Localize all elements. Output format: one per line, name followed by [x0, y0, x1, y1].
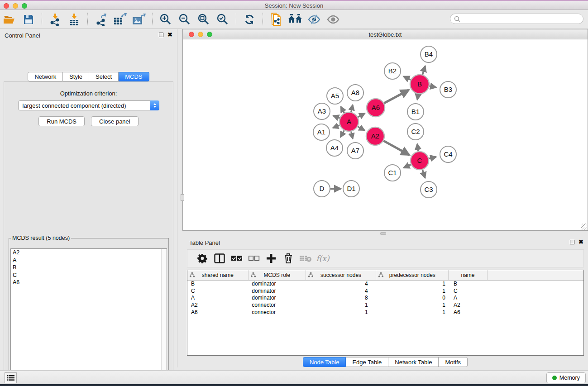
search-icon [454, 16, 460, 22]
tab-mcds[interactable]: MCDS [119, 72, 149, 81]
close-panel-button[interactable]: Close panel [91, 116, 139, 126]
graph-edge-A-A1[interactable] [333, 125, 339, 128]
zoom-fit-icon[interactable] [196, 12, 212, 27]
graph-edge-A2-C[interactable] [383, 141, 409, 155]
tab-select[interactable]: Select [89, 72, 119, 81]
graph-edge-B-B1[interactable] [417, 94, 418, 100]
graph-edge-C-C2[interactable] [417, 144, 418, 151]
close-table-panel-icon[interactable]: ✖ [578, 238, 583, 245]
table-row[interactable]: Cdominator41C [187, 287, 584, 295]
result-item[interactable]: A [11, 257, 167, 264]
graph-edge-B-B4[interactable] [422, 66, 425, 75]
graph-node-label: D1 [347, 185, 355, 192]
sidebar-collapse-handle[interactable] [181, 194, 184, 201]
mcds-result-box: MCDS result (5 nodes) A2ABCA6 [9, 235, 169, 386]
tab-network-table[interactable]: Network Table [388, 357, 439, 367]
zoom-selected-icon[interactable] [215, 12, 231, 27]
show-panels-icon[interactable] [287, 12, 303, 27]
float-table-panel-icon[interactable] [570, 240, 574, 244]
refresh-icon[interactable] [241, 12, 258, 27]
table-panel-title: Table Panel [189, 239, 220, 246]
graph-edge-A-A5[interactable] [341, 107, 344, 113]
import-table-icon[interactable] [66, 12, 82, 27]
graph-node-label: B [417, 80, 422, 88]
graph-edge-B-B3[interactable] [430, 86, 436, 87]
graph-edge-A-A4[interactable] [340, 130, 344, 137]
graph-node-label: B4 [425, 50, 433, 58]
result-item[interactable]: A2 [11, 249, 167, 257]
zoom-out-icon[interactable] [177, 12, 193, 27]
column-header-MCDS-role[interactable]: MCDS role [248, 270, 306, 280]
columns-icon[interactable] [212, 252, 227, 265]
tab-network[interactable]: Network [28, 72, 63, 81]
graph-edge-A-A7[interactable] [351, 131, 353, 138]
result-item[interactable]: C [11, 272, 167, 279]
search-input[interactable] [460, 14, 583, 23]
network-graph[interactable]: AA1A3A5A8A4A7A6A2BB2B4B3B1CC2C1C4C3DD1 [183, 39, 588, 230]
hide-graphics-icon[interactable] [306, 12, 322, 27]
column-header-successor-nodes[interactable]: successor nodes [306, 270, 376, 280]
column-header-predecessor-nodes[interactable]: predecessor nodes [376, 270, 449, 280]
zoom-in-icon[interactable] [158, 12, 174, 27]
graph-edge-A-A3[interactable] [333, 116, 339, 118]
table-row[interactable]: A6connector11A6 [187, 309, 584, 316]
close-panel-icon[interactable]: ✖ [167, 31, 172, 38]
network-canvas[interactable]: AA1A3A5A8A4A7A6A2BB2B4B3B1CC2C1C4C3DD1 [183, 39, 588, 230]
splitter-handle[interactable] [380, 232, 386, 235]
tab-node-table[interactable]: Node Table [303, 357, 346, 367]
graph-edge-C-C3[interactable] [422, 170, 425, 178]
function-builder-icon[interactable]: f(x) [315, 252, 330, 265]
export-table-icon[interactable] [112, 12, 128, 27]
column-header-shared-name[interactable]: shared name [187, 270, 248, 280]
network-window-titlebar[interactable]: testGlobe.txt [183, 29, 588, 39]
table-panel: Table Panel ✖ f(x) shared nameMCDS roles… [182, 236, 588, 367]
import-network-icon[interactable] [47, 12, 63, 27]
graph-edge-A-A6[interactable] [358, 114, 365, 117]
graph-node-label: C4 [444, 150, 452, 158]
delete-column-icon[interactable] [281, 252, 296, 265]
graph-edge-C-C4[interactable] [429, 157, 436, 159]
table-row[interactable]: A2connector11A2 [187, 301, 584, 309]
graph-edge-C-C1[interactable] [404, 165, 411, 168]
search-field[interactable] [450, 14, 583, 24]
memory-button[interactable]: Memory [546, 372, 586, 383]
select-all-icon[interactable] [229, 252, 244, 265]
run-mcds-button[interactable]: Run MCDS [38, 116, 85, 126]
list-icon [7, 375, 14, 381]
export-image-icon[interactable] [131, 12, 147, 27]
add-column-icon[interactable] [263, 252, 279, 265]
graph-edge-A-A2[interactable] [358, 127, 364, 130]
result-item[interactable]: A6 [11, 279, 167, 286]
graph-edge-A-A8[interactable] [351, 105, 353, 112]
table-row[interactable]: Adominator80A [187, 294, 584, 301]
tab-edge-table[interactable]: Edge Table [346, 357, 388, 367]
graph-edge-A6-B[interactable] [384, 90, 409, 103]
tab-motifs[interactable]: Motifs [439, 357, 468, 367]
show-graphics-icon[interactable] [325, 12, 341, 27]
delete-table-icon[interactable] [298, 252, 313, 265]
graph-node-label: B1 [411, 108, 420, 115]
column-header-name[interactable]: name [449, 270, 487, 280]
graph-node-label: C3 [424, 186, 433, 193]
export-network-icon[interactable] [93, 12, 109, 27]
new-network-from-selection-icon[interactable] [268, 12, 284, 27]
task-history-button[interactable] [5, 372, 17, 383]
network-window-title: testGlobe.txt [183, 31, 588, 38]
deselect-all-icon[interactable] [246, 252, 262, 265]
save-session-icon[interactable] [20, 12, 37, 27]
criterion-dropdown[interactable]: largest connected component (directed) [18, 100, 159, 110]
float-panel-icon[interactable] [159, 33, 163, 37]
table-toolbar: f(x) [187, 249, 584, 267]
open-file-icon[interactable] [1, 12, 18, 27]
graph-node-label: C2 [411, 128, 420, 135]
result-scrollbar[interactable] [161, 249, 167, 385]
table-row[interactable]: Bdominator41B [187, 280, 584, 287]
graph-node-label: A1 [317, 128, 325, 136]
result-item[interactable]: B [11, 264, 167, 272]
toolbar-separator [42, 13, 42, 26]
graph-node-label: D [320, 185, 325, 192]
gear-icon[interactable] [195, 252, 210, 265]
graph-edge-B-B2[interactable] [403, 76, 411, 80]
tab-style[interactable]: Style [63, 72, 89, 81]
resize-grip-icon[interactable] [581, 224, 587, 230]
